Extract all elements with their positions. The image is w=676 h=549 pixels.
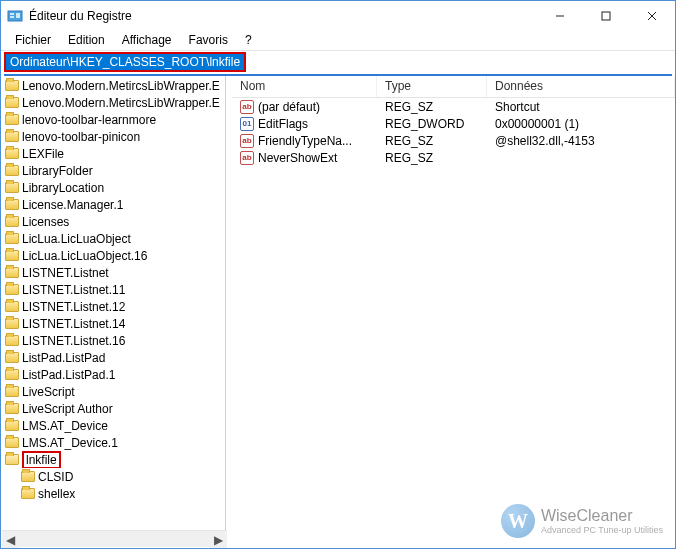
- folder-icon: [5, 317, 19, 331]
- tree-item-label: CLSID: [38, 470, 73, 484]
- folder-icon: [5, 351, 19, 365]
- string-value-icon: ab: [240, 134, 254, 148]
- values-pane: Nom Type Données ab(par défaut)REG_SZSho…: [232, 76, 675, 548]
- address-highlight-box: Ordinateur\HKEY_CLASSES_ROOT\lnkfile: [4, 52, 246, 72]
- tree-horizontal-scrollbar[interactable]: ◀ ▶: [2, 530, 227, 547]
- address-input[interactable]: Ordinateur\HKEY_CLASSES_ROOT\lnkfile: [6, 54, 244, 70]
- tree-item[interactable]: LMS.AT_Device.1: [1, 434, 225, 451]
- folder-icon: [5, 181, 19, 195]
- svg-rect-5: [602, 12, 610, 20]
- tree-item[interactable]: lnkfile: [1, 451, 225, 468]
- folder-icon: [5, 283, 19, 297]
- table-row[interactable]: abFriendlyTypeNa...REG_SZ@shell32.dll,-4…: [232, 132, 675, 149]
- menu-file[interactable]: Fichier: [7, 31, 59, 49]
- tree-item[interactable]: LISTNET.Listnet: [1, 264, 225, 281]
- tree-item-label: LMS.AT_Device.1: [22, 436, 118, 450]
- tree-item-label: shellex: [38, 487, 75, 501]
- cell-name: 01EditFlags: [232, 117, 377, 131]
- content-area: Lenovo.Modern.MetircsLibWrapper.ELenovo.…: [1, 76, 675, 548]
- tree-item-label: LicLua.LicLuaObject: [22, 232, 131, 246]
- folder-icon: [21, 470, 35, 484]
- tree-item[interactable]: LibraryLocation: [1, 179, 225, 196]
- tree-item[interactable]: LISTNET.Listnet.12: [1, 298, 225, 315]
- tree-item-label: LISTNET.Listnet.12: [22, 300, 125, 314]
- tree-item[interactable]: LibraryFolder: [1, 162, 225, 179]
- tree-item[interactable]: LEXFile: [1, 145, 225, 162]
- scroll-right-icon[interactable]: ▶: [210, 531, 227, 548]
- value-name: (par défaut): [258, 100, 320, 114]
- tree-item-label: lnkfile: [26, 453, 57, 467]
- registry-tree[interactable]: Lenovo.Modern.MetircsLibWrapper.ELenovo.…: [1, 76, 226, 548]
- cell-name: abNeverShowExt: [232, 151, 377, 165]
- menu-favorites[interactable]: Favoris: [181, 31, 236, 49]
- folder-icon: [5, 385, 19, 399]
- table-row[interactable]: ab(par défaut)REG_SZShortcut: [232, 98, 675, 115]
- value-name: NeverShowExt: [258, 151, 337, 165]
- tree-item[interactable]: License.Manager.1: [1, 196, 225, 213]
- tree-item-label: License.Manager.1: [22, 198, 123, 212]
- column-type[interactable]: Type: [377, 76, 487, 97]
- scroll-left-icon[interactable]: ◀: [2, 531, 19, 548]
- table-row[interactable]: abNeverShowExtREG_SZ: [232, 149, 675, 166]
- scroll-track[interactable]: [19, 531, 210, 547]
- tree-item-label: LISTNET.Listnet: [22, 266, 109, 280]
- tree-item-label: Lenovo.Modern.MetircsLibWrapper.E: [22, 96, 220, 110]
- tree-item[interactable]: LISTNET.Listnet.14: [1, 315, 225, 332]
- cell-data: @shell32.dll,-4153: [487, 134, 675, 148]
- close-button[interactable]: [629, 1, 675, 31]
- menu-edit[interactable]: Edition: [60, 31, 113, 49]
- tree-item-label: LEXFile: [22, 147, 64, 161]
- tree-item-label: LibraryFolder: [22, 164, 93, 178]
- folder-icon: [5, 453, 19, 467]
- tree-item[interactable]: LicLua.LicLuaObject.16: [1, 247, 225, 264]
- tree-item[interactable]: Lenovo.Modern.MetircsLibWrapper.E: [1, 94, 225, 111]
- tree-item[interactable]: LISTNET.Listnet.11: [1, 281, 225, 298]
- table-row[interactable]: 01EditFlagsREG_DWORD0x00000001 (1): [232, 115, 675, 132]
- tree-item-label: LicLua.LicLuaObject.16: [22, 249, 147, 263]
- minimize-button[interactable]: [537, 1, 583, 31]
- tree-item[interactable]: LicLua.LicLuaObject: [1, 230, 225, 247]
- tree-item[interactable]: LiveScript Author: [1, 400, 225, 417]
- list-body[interactable]: ab(par défaut)REG_SZShortcut01EditFlagsR…: [232, 98, 675, 548]
- tree-item-label: Licenses: [22, 215, 69, 229]
- column-name[interactable]: Nom: [232, 76, 377, 97]
- menu-help[interactable]: ?: [237, 31, 260, 49]
- folder-icon: [5, 368, 19, 382]
- cell-data: Shortcut: [487, 100, 675, 114]
- cell-name: abFriendlyTypeNa...: [232, 134, 377, 148]
- tree-item[interactable]: lenovo-toolbar-learnmore: [1, 111, 225, 128]
- cell-type: REG_SZ: [377, 151, 487, 165]
- titlebar[interactable]: Éditeur du Registre: [1, 1, 675, 31]
- folder-icon: [5, 113, 19, 127]
- maximize-button[interactable]: [583, 1, 629, 31]
- folder-icon: [5, 249, 19, 263]
- tree-item[interactable]: ListPad.ListPad: [1, 349, 225, 366]
- tree-item[interactable]: LiveScript: [1, 383, 225, 400]
- tree-item-label: LiveScript Author: [22, 402, 113, 416]
- tree-item[interactable]: shellex: [1, 485, 225, 502]
- svg-rect-3: [16, 13, 20, 18]
- menu-view[interactable]: Affichage: [114, 31, 180, 49]
- folder-icon: [5, 334, 19, 348]
- regedit-icon: [7, 8, 23, 24]
- folder-icon: [5, 130, 19, 144]
- tree-item[interactable]: CLSID: [1, 468, 225, 485]
- cell-type: REG_DWORD: [377, 117, 487, 131]
- list-header: Nom Type Données: [232, 76, 675, 98]
- window-title: Éditeur du Registre: [29, 9, 132, 23]
- cell-type: REG_SZ: [377, 100, 487, 114]
- tree-item[interactable]: LISTNET.Listnet.16: [1, 332, 225, 349]
- column-data[interactable]: Données: [487, 76, 675, 97]
- folder-icon: [5, 96, 19, 110]
- tree-item[interactable]: Licenses: [1, 213, 225, 230]
- tree-item[interactable]: LMS.AT_Device: [1, 417, 225, 434]
- tree-item[interactable]: Lenovo.Modern.MetircsLibWrapper.E: [1, 77, 225, 94]
- value-name: FriendlyTypeNa...: [258, 134, 352, 148]
- folder-icon: [5, 232, 19, 246]
- folder-icon: [5, 198, 19, 212]
- tree-item[interactable]: ListPad.ListPad.1: [1, 366, 225, 383]
- tree-item-label: LiveScript: [22, 385, 75, 399]
- tree-item-label: lenovo-toolbar-pinicon: [22, 130, 140, 144]
- tree-item[interactable]: lenovo-toolbar-pinicon: [1, 128, 225, 145]
- menubar: Fichier Edition Affichage Favoris ?: [1, 31, 675, 51]
